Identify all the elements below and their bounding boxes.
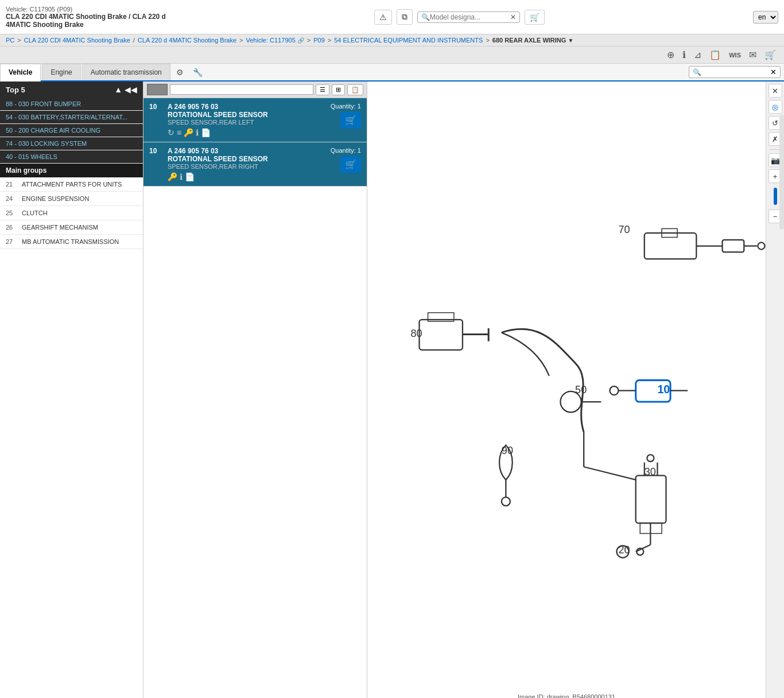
svg-point-6 xyxy=(758,242,764,249)
sidebar-expand-button[interactable]: ◀◀ xyxy=(125,85,137,94)
diagram-svg: 70 80 xyxy=(367,82,766,698)
cart-header-button[interactable]: 🛒 xyxy=(525,10,545,25)
breadcrumb-current: 680 REAR AXLE WIRING xyxy=(492,37,566,44)
copy-button[interactable]: ⧉ xyxy=(397,9,413,25)
part-info-icon-1[interactable]: ℹ xyxy=(196,128,199,137)
tab-tools-icon[interactable]: 🔧 xyxy=(188,65,207,80)
group-item-26[interactable]: 26 GEARSHIFT MECHANISM xyxy=(0,220,143,235)
top5-list: 88 - 030 FRONT BUMPER 54 - 030 BATTERY,S… xyxy=(0,98,143,164)
vehicle-id: Vehicle: C117905 (P09) xyxy=(6,6,166,13)
parts-grid-view-button[interactable]: ⊞ xyxy=(332,84,345,95)
diagram-image-id: Image ID: drawing_B54680000131 xyxy=(518,693,615,698)
part-info-icon-2[interactable]: ℹ xyxy=(180,172,183,181)
rt-crosshair-button[interactable]: ◎ xyxy=(769,100,782,114)
header-right: en de fr xyxy=(753,11,778,24)
breadcrumb-dropdown-icon[interactable]: ▼ xyxy=(568,37,573,44)
mail-toolbar-button[interactable]: ✉ xyxy=(747,48,759,61)
warning-icon: ⚠ xyxy=(379,13,387,22)
quantity-label-2: Quantity: 1 xyxy=(331,147,361,154)
breadcrumb-vehicle[interactable]: Vehicle: C117905 xyxy=(246,37,296,44)
group-item-25[interactable]: 25 CLUTCH xyxy=(0,206,143,220)
breadcrumb-model[interactable]: CLA 220 CDI 4MATIC Shooting Brake xyxy=(24,37,130,44)
part-subname-2: SPEED SENSOR,REAR RIGHT xyxy=(168,163,305,170)
parts-list: 10 A 246 905 76 03 ROTATIONAL SPEED SENS… xyxy=(143,98,367,698)
tabs-search-input[interactable] xyxy=(701,68,770,76)
part-key-icon-2[interactable]: 🔑 xyxy=(168,172,177,181)
wis-toolbar-button[interactable]: WIS xyxy=(727,51,743,60)
svg-line-33 xyxy=(584,467,636,480)
rt-scroll-indicator xyxy=(774,188,777,205)
part-key-icon-1[interactable]: 🔑 xyxy=(184,128,193,137)
top5-item-4[interactable]: 74 - 030 LOCKING SYSTEM xyxy=(0,137,143,150)
part-doc-icon-2[interactable]: 📄 xyxy=(185,172,195,181)
svg-rect-24 xyxy=(636,475,666,523)
part-row-2[interactable]: 10 A 246 905 76 03 ROTATIONAL SPEED SENS… xyxy=(143,142,367,187)
main-layout: Top 5 ▲ ◀◀ 88 - 030 FRONT BUMPER 54 - 03… xyxy=(0,82,784,698)
diagram-canvas: 70 80 xyxy=(367,82,766,698)
add-to-cart-button-2[interactable]: 🛒 xyxy=(340,156,361,173)
svg-point-22 xyxy=(502,497,510,506)
toolbar: ⊕ ℹ ⊿ 📋 WIS ✉ 🛒 xyxy=(0,46,784,64)
tab-vehicle[interactable]: Vehicle xyxy=(0,64,41,82)
top5-item-1[interactable]: 88 - 030 FRONT BUMPER xyxy=(0,98,143,111)
part-icons-1: ↻ ≡ 🔑 ℹ 📄 xyxy=(168,128,305,137)
svg-point-18 xyxy=(610,386,618,395)
parts-export-button[interactable]: 📋 xyxy=(347,84,363,95)
part-doc-icon-1[interactable]: 📄 xyxy=(201,128,211,137)
svg-rect-1 xyxy=(645,233,697,259)
part-name-2: ROTATIONAL SPEED SENSOR xyxy=(168,155,305,163)
component-80 xyxy=(420,313,489,350)
sidebar: Top 5 ▲ ◀◀ 88 - 030 FRONT BUMPER 54 - 03… xyxy=(0,82,143,698)
sidebar-collapse-button[interactable]: ▲ xyxy=(114,85,122,94)
breadcrumb-electrical[interactable]: 54 ELECTRICAL EQUIPMENT AND INSTRUMENTS xyxy=(334,37,483,44)
tab-settings-icon[interactable]: ⚙ xyxy=(172,65,188,80)
parts-list-view-button[interactable]: ☰ xyxy=(316,84,329,95)
cart-toolbar-button[interactable]: 🛒 xyxy=(762,48,778,61)
breadcrumb-p09[interactable]: P09 xyxy=(313,37,325,44)
top5-item-3[interactable]: 50 - 200 CHARGE AIR COOLING xyxy=(0,124,143,137)
tab-engine[interactable]: Engine xyxy=(42,64,80,80)
top5-item-5[interactable]: 40 - 015 WHEELS xyxy=(0,150,143,164)
tabs-search-clear[interactable]: ✕ xyxy=(770,68,777,76)
search-clear-button[interactable]: ✕ xyxy=(510,13,516,21)
svg-text:70: 70 xyxy=(619,224,630,235)
part-row-1[interactable]: 10 A 246 905 76 03 ROTATIONAL SPEED SENS… xyxy=(143,98,367,142)
add-to-cart-button-1[interactable]: 🛒 xyxy=(340,112,361,129)
document-toolbar-button[interactable]: 📋 xyxy=(707,48,723,61)
warning-button[interactable]: ⚠ xyxy=(374,10,392,25)
breadcrumb: PC > CLA 220 CDI 4MATIC Shooting Brake /… xyxy=(0,34,784,46)
tabs-search-box: 🔍 ✕ xyxy=(689,66,781,78)
breadcrumb-pc[interactable]: PC xyxy=(6,37,14,44)
top5-title: Top 5 xyxy=(6,86,25,94)
component-10[interactable] xyxy=(610,380,688,402)
model-search-input[interactable] xyxy=(430,13,510,21)
main-groups-header: Main groups xyxy=(0,164,143,177)
part-name-1: ROTATIONAL SPEED SENSOR xyxy=(168,111,305,119)
part-details-2: A 246 905 76 03 ROTATIONAL SPEED SENSOR … xyxy=(168,147,305,181)
zoom-in-toolbar-button[interactable]: ⊕ xyxy=(665,48,677,61)
rt-close-button[interactable]: ✕ xyxy=(769,84,782,98)
info-toolbar-button[interactable]: ℹ xyxy=(680,48,688,61)
vehicle-link-icon[interactable]: 🔗 xyxy=(297,37,304,44)
part-refresh-icon-1[interactable]: ↻ xyxy=(168,128,174,137)
group-item-27[interactable]: 27 MB AUTOMATIC TRANSMISSION xyxy=(0,235,143,249)
header: Vehicle: C117905 (P09) CLA 220 CDI 4MATI… xyxy=(0,0,784,34)
parts-search-input[interactable] xyxy=(170,84,313,95)
sidebar-top5-header: Top 5 ▲ ◀◀ xyxy=(0,82,143,98)
tabs-search-icon: 🔍 xyxy=(693,68,701,76)
breadcrumb-variant[interactable]: CLA 220 d 4MATIC Shooting Brake xyxy=(138,37,236,44)
part-pos-2: 10 xyxy=(149,147,163,155)
header-vehicle-info: Vehicle: C117905 (P09) CLA 220 CDI 4MATI… xyxy=(6,6,166,29)
part-details-1: A 246 905 76 03 ROTATIONAL SPEED SENSOR … xyxy=(168,103,305,137)
part-number-2: A 246 905 76 03 xyxy=(168,147,305,155)
part-table-icon-1[interactable]: ≡ xyxy=(177,128,181,137)
filter-toolbar-button[interactable]: ⊿ xyxy=(692,48,704,61)
language-select[interactable]: en de fr xyxy=(753,11,778,24)
tab-automatic-transmission[interactable]: Automatic transmission xyxy=(82,64,170,80)
tabs-bar: Vehicle Engine Automatic transmission ⚙ … xyxy=(0,64,784,82)
top5-item-2[interactable]: 54 - 030 BATTERY,STARTER/ALTERNAT... xyxy=(0,111,143,124)
parts-toolbar: ☰ ⊞ 📋 xyxy=(143,82,367,98)
group-item-21[interactable]: 21 ATTACHMENT PARTS FOR UNITS xyxy=(0,177,143,192)
group-item-24[interactable]: 24 ENGINE SUSPENSION xyxy=(0,192,143,206)
part-subname-1: SPEED SENSOR,REAR LEFT xyxy=(168,119,305,126)
